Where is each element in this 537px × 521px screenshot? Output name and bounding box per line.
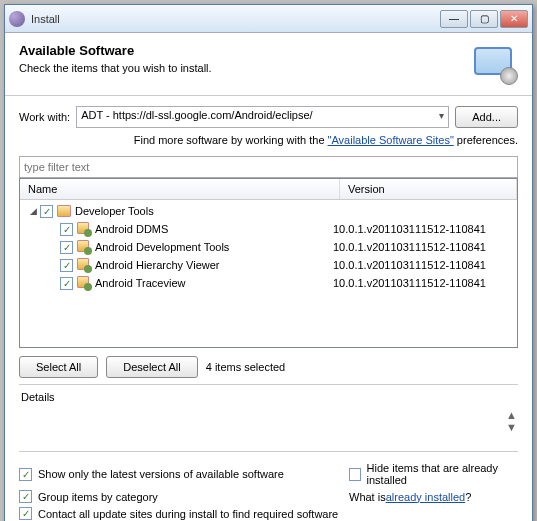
install-dialog: Install — ▢ ✕ Available Software Check t… bbox=[4, 4, 533, 521]
item-version: 10.0.1.v201103111512-110841 bbox=[333, 277, 517, 289]
col-version[interactable]: Version bbox=[340, 179, 517, 199]
header-title: Available Software bbox=[19, 43, 460, 58]
add-button[interactable]: Add... bbox=[455, 106, 518, 128]
item-label: Android DDMS bbox=[95, 223, 333, 235]
plugin-icon bbox=[77, 276, 91, 290]
header-subtitle: Check the items that you wish to install… bbox=[19, 62, 460, 74]
deselect-all-button[interactable]: Deselect All bbox=[106, 356, 197, 378]
item-version: 10.0.1.v201103111512-110841 bbox=[333, 223, 517, 235]
details-expand-icon[interactable]: ▲▼ bbox=[506, 409, 516, 427]
find-more-text: Find more software by working with the "… bbox=[19, 134, 518, 146]
item-version: 10.0.1.v201103111512-110841 bbox=[333, 241, 517, 253]
software-tree[interactable]: Name Version ◢ ✓ Developer Tools ✓ Andro… bbox=[19, 178, 518, 348]
selection-count: 4 items selected bbox=[206, 361, 285, 373]
details-title: Details bbox=[21, 391, 516, 403]
content-area: Work with: ADT - https://dl-ssl.google.c… bbox=[5, 96, 532, 521]
work-with-value: ADT - https://dl-ssl.google.com/Android/… bbox=[81, 109, 313, 121]
minimize-button[interactable]: — bbox=[440, 10, 468, 28]
work-with-label: Work with: bbox=[19, 111, 70, 123]
group-label: Group items by category bbox=[38, 491, 158, 503]
available-sites-link[interactable]: "Available Software Sites" bbox=[328, 134, 454, 146]
plugin-icon bbox=[77, 258, 91, 272]
window-buttons: — ▢ ✕ bbox=[440, 10, 528, 28]
item-label: Android Development Tools bbox=[95, 241, 333, 253]
item-version: 10.0.1.v201103111512-110841 bbox=[333, 259, 517, 271]
tree-body: ◢ ✓ Developer Tools ✓ Android DDMS 10.0.… bbox=[20, 200, 517, 294]
tree-parent-row[interactable]: ◢ ✓ Developer Tools bbox=[20, 202, 517, 220]
group-checkbox[interactable]: ✓ bbox=[19, 490, 32, 503]
hide-label: Hide items that are already installed bbox=[367, 462, 518, 486]
selection-row: Select All Deselect All 4 items selected bbox=[19, 356, 518, 378]
contact-label: Contact all update sites during install … bbox=[38, 508, 338, 520]
checkbox[interactable]: ✓ bbox=[40, 205, 53, 218]
plugin-icon bbox=[77, 240, 91, 254]
folder-icon bbox=[57, 205, 71, 217]
tree-header: Name Version bbox=[20, 179, 517, 200]
header-text: Available Software Check the items that … bbox=[19, 43, 460, 74]
item-label: Android Traceview bbox=[95, 277, 333, 289]
work-with-row: Work with: ADT - https://dl-ssl.google.c… bbox=[19, 106, 518, 128]
already-installed-link[interactable]: already installed bbox=[386, 491, 466, 503]
tree-item-row[interactable]: ✓ Android Hierarchy Viewer 10.0.1.v20110… bbox=[20, 256, 517, 274]
close-button[interactable]: ✕ bbox=[500, 10, 528, 28]
dialog-header: Available Software Check the items that … bbox=[5, 33, 532, 96]
select-all-button[interactable]: Select All bbox=[19, 356, 98, 378]
checkbox[interactable]: ✓ bbox=[60, 259, 73, 272]
titlebar[interactable]: Install — ▢ ✕ bbox=[5, 5, 532, 33]
eclipse-icon bbox=[9, 11, 25, 27]
checkbox[interactable]: ✓ bbox=[60, 223, 73, 236]
latest-checkbox[interactable]: ✓ bbox=[19, 468, 32, 481]
install-icon bbox=[470, 43, 518, 85]
latest-label: Show only the latest versions of availab… bbox=[38, 468, 284, 480]
item-label: Android Hierarchy Viewer bbox=[95, 259, 333, 271]
maximize-button[interactable]: ▢ bbox=[470, 10, 498, 28]
details-section: Details ▲▼ bbox=[19, 384, 518, 443]
whatis-text: What is bbox=[349, 491, 386, 503]
tree-item-row[interactable]: ✓ Android Development Tools 10.0.1.v2011… bbox=[20, 238, 517, 256]
window-title: Install bbox=[31, 13, 440, 25]
hide-checkbox[interactable] bbox=[349, 468, 361, 481]
work-with-combo[interactable]: ADT - https://dl-ssl.google.com/Android/… bbox=[76, 106, 449, 128]
checkbox[interactable]: ✓ bbox=[60, 241, 73, 254]
details-body: ▲▼ bbox=[21, 407, 516, 439]
collapse-icon[interactable]: ◢ bbox=[28, 206, 38, 216]
plugin-icon bbox=[77, 222, 91, 236]
tree-item-row[interactable]: ✓ Android Traceview 10.0.1.v201103111512… bbox=[20, 274, 517, 292]
filter-input[interactable] bbox=[19, 156, 518, 178]
parent-label: Developer Tools bbox=[75, 205, 345, 217]
contact-checkbox[interactable]: ✓ bbox=[19, 507, 32, 520]
checkbox[interactable]: ✓ bbox=[60, 277, 73, 290]
col-name[interactable]: Name bbox=[20, 179, 340, 199]
tree-item-row[interactable]: ✓ Android DDMS 10.0.1.v201103111512-1108… bbox=[20, 220, 517, 238]
options-section: ✓ Show only the latest versions of avail… bbox=[19, 451, 518, 520]
